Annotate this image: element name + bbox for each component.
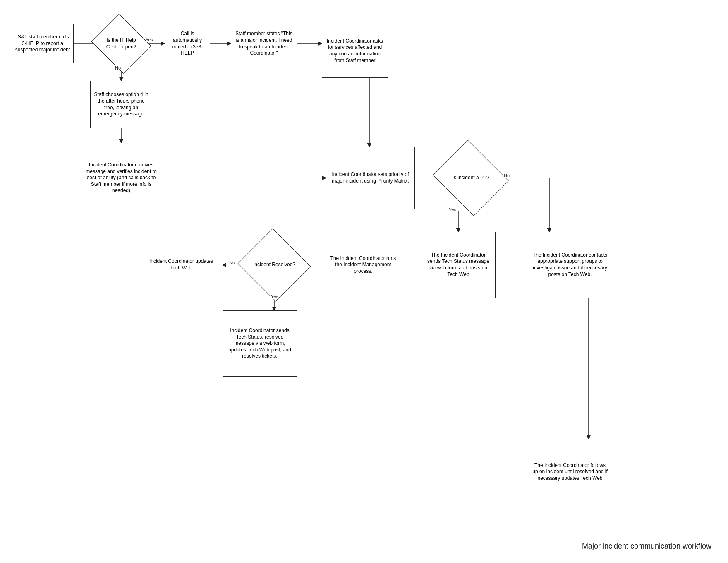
node-coordinator-asks: Incident Coordinator asks for services a… (322, 24, 388, 78)
node-is-p1: Is incident a P1? (442, 153, 500, 203)
label-yes-3: Yes (271, 294, 278, 299)
page-title: Major incident communication workflow (582, 542, 711, 551)
node-sends-resolved: Incident Coordinator sends Tech Status, … (223, 310, 297, 377)
node-sends-tech-status: The Incident Coordinator sends Tech Stat… (421, 232, 496, 298)
label-no-1: No (115, 65, 121, 70)
node-isst-staff: IS&T staff member calls 3-HELP to report… (12, 24, 74, 63)
label-yes-2: Yes (449, 207, 456, 212)
node-sets-priority: Incident Coordinator sets priority of ma… (326, 147, 415, 209)
node-follows-up: The Incident Coordinator follows up on i… (529, 439, 611, 505)
label-yes-1: Yes (146, 37, 153, 42)
node-contacts-support: The Incident Coordinator contacts approp… (529, 232, 611, 298)
node-incident-resolved: Incident Resolved? (247, 240, 301, 290)
label-no-2: No (504, 173, 510, 178)
node-staff-chooses: Staff chooses option 4 in the after hour… (90, 81, 152, 128)
node-staff-states: Staff member states "This is a major inc… (231, 24, 297, 63)
node-runs-incident-mgmt: The Incident Coordinator runs the Incide… (326, 232, 400, 298)
node-call-routed: Call is automatically routed to 353-HELP (165, 24, 210, 63)
node-help-center-open: Is the IT Help Center open? (98, 24, 144, 63)
node-coordinator-receives: Incident Coordinator receives message an… (82, 143, 160, 213)
label-no-3: No (229, 260, 235, 265)
node-updates-tech-web: Incident Coordinator updates Tech Web (144, 232, 218, 298)
